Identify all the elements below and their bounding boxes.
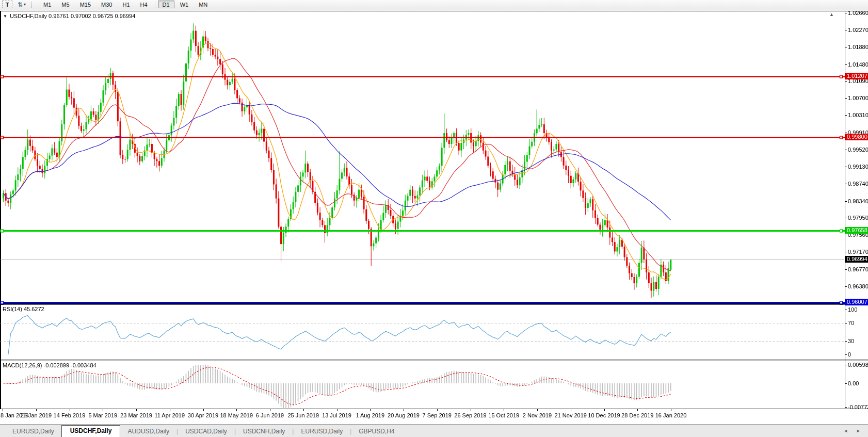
price-tick-label: 1.01880 [848,44,868,50]
price-badge: 0.96007 [845,299,868,305]
time-axis-label: 13 Jul 2019 [322,412,351,418]
time-axis-label: 2 Nov 2019 [523,412,552,418]
time-axis-label: 30 Apr 2019 [188,412,218,418]
time-axis-label: 10 Dec 2019 [588,412,620,418]
scroll-up-icon[interactable]: ▲ [829,12,834,17]
price-tick-label: 0.98740 [848,181,868,187]
chart-tab-usdcad-daily[interactable]: USDCAD,Daily [178,426,234,437]
macd-axis-label: -0.007737 [848,404,868,410]
price-badge: 0.97658 [845,227,868,234]
toolbar-grip [31,2,34,8]
price-tick-label: 0.97950 [848,215,868,221]
mt4-window: T ⇅ ▾ M1M5M15M30H1H4D1W1MN ▼ USDCHF,Dail… [0,0,868,437]
timeframe-button-h1[interactable]: H1 [118,1,134,8]
macd-axis-label: 0.00 [848,380,859,386]
chart-tab-eurusd-daily[interactable]: EURUSD,Daily [294,426,350,437]
top-toolbar: T ⇅ ▾ M1M5M15M30H1H4D1W1MN [0,0,868,9]
time-axis-label: 23 Mar 2019 [120,412,152,418]
arrange-charts-button[interactable]: ⇅ ▾ [18,1,26,8]
chart-tab-gbpusd-h4[interactable]: GBPUSD,H4 [351,426,401,437]
timeframe-button-m15[interactable]: M15 [75,1,95,8]
text-tool-button[interactable]: T [2,1,12,8]
time-axis-label: 18 May 2019 [220,412,253,418]
time-axis-label: 16 Jan 2020 [655,412,687,418]
time-axis-label: 5 Mar 2019 [88,412,117,418]
timeframe-button-d1[interactable]: D1 [158,1,174,8]
time-axis-label: 25 Jun 2019 [287,412,319,418]
chevron-down-icon: ▾ [24,2,26,7]
rsi-axis-label: 0 [848,351,851,358]
time-axis-label: 7 Sep 2019 [423,412,452,418]
timeframe-button-h4[interactable]: H4 [136,1,152,8]
tab-scroll-right-button[interactable]: ► [856,428,861,433]
time-axis-label: 20 Aug 2019 [388,412,420,418]
symbol-dropdown-icon[interactable]: ▼ [3,14,7,19]
chart-tab-eurusd-daily[interactable]: EURUSD,Daily [5,426,61,437]
price-tick-label: 0.96380 [848,283,868,289]
chart-tab-bar: EURUSD,DailyUSDCHF,DailyAUDUSD,Daily|USD… [0,424,868,437]
time-axis-label: 6 Jun 2019 [256,412,284,418]
timeframe-button-w1[interactable]: W1 [175,1,194,8]
time-axis-label: 26 Jan 2019 [20,412,52,418]
price-tick-label: 1.02270 [848,27,868,33]
sort-arrows-icon: ⇅ [18,1,23,8]
time-axis-label: 26 Sep 2019 [454,412,486,418]
price-tick-label: 0.98340 [848,198,868,204]
timeframe-button-m1[interactable]: M1 [39,1,56,8]
symbol-ohlc-text: USDCHF,Daily 0.96761 0.97002 0.96725 0.9… [10,13,135,19]
macd-axis-label: 0.005986 [848,362,868,368]
price-tick-label: 1.02660 [848,10,868,16]
tab-scroll-arrows: ◄ ► [843,428,861,433]
price-badge: 0.99800 [845,134,868,140]
chart-tab-usdchf-daily[interactable]: USDCHF,Daily [61,425,121,437]
rsi-axis-label: 100 [848,306,857,313]
rsi-axis-label: 70 [848,320,854,326]
chart-tabs: EURUSD,DailyUSDCHF,DailyAUDUSD,Daily|USD… [5,425,402,437]
macd-indicator-label: MACD(12,26,9) -0.002899 -0.003484 [3,362,97,368]
timeframe-button-group: M1M5M15M30H1H4D1W1MN [38,1,213,8]
rsi-axis-label: 30 [848,338,854,344]
timeframe-button-m30[interactable]: M30 [97,1,117,8]
timeframe-button-m5[interactable]: M5 [57,1,74,8]
time-axis-label: 15 Oct 2019 [488,412,519,418]
time-axis-label: 21 Nov 2019 [555,412,587,418]
price-tick-label: 0.99520 [848,147,868,153]
timeframe-button-mn[interactable]: MN [194,1,212,8]
chart-tab-audusd-daily[interactable]: AUDUSD,Daily [120,426,176,437]
rsi-indicator-label: RSI(14) 45.6272 [3,306,44,312]
tab-scroll-left-button[interactable]: ◄ [843,428,848,433]
time-axis-label: 1 Aug 2019 [356,412,384,418]
time-axis-label: 14 Feb 2019 [54,412,86,418]
price-tick-label: 0.96770 [848,266,868,272]
price-badge: 1.01207 [845,73,868,79]
price-tick-label: 0.99130 [848,164,868,170]
toolbar-separator [155,1,155,8]
price-tick-label: 1.00310 [848,112,868,118]
price-chart-canvas[interactable] [0,11,868,424]
chart-header: ▼ USDCHF,Daily 0.96761 0.97002 0.96725 0… [3,13,135,19]
time-axis-label: 11 Apr 2019 [154,412,185,418]
time-axis-label: 28 Dec 2019 [621,412,653,418]
price-tick-label: 1.00700 [848,95,868,101]
price-tick-label: 0.97170 [848,249,868,255]
price-badge: 0.96994 [845,256,868,263]
chart-tab-usdcnh-daily[interactable]: USDCNH,Daily [236,426,292,437]
price-tick-label: 1.01480 [848,61,868,68]
